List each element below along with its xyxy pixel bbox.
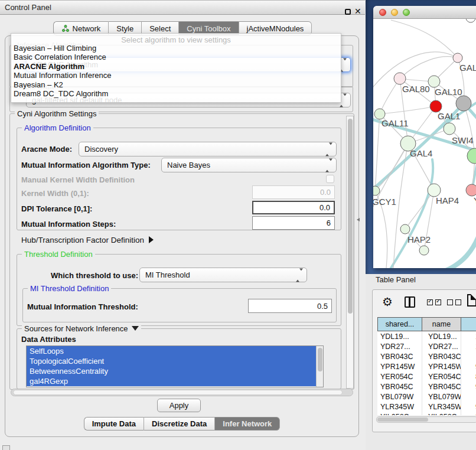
table-row[interactable]: YBR043CYBR043C <box>377 351 476 361</box>
node-label: GAL7 <box>459 63 476 73</box>
network-node-gal10[interactable] <box>428 76 440 87</box>
table-cell: 9. <box>461 381 476 392</box>
select-all-checkbox-icon[interactable] <box>427 299 433 305</box>
network-node[interactable] <box>466 19 475 22</box>
manual-kernel-label: Manual Kernel Width Definition <box>21 175 135 184</box>
node-label: HAP2 <box>407 234 431 244</box>
mi-steps-field[interactable]: 6 <box>252 216 335 230</box>
dropdown-item-basic-correlation-inference[interactable]: Basic Correlation Inference <box>11 53 341 61</box>
data-attributes-list: SelfLoopsTopologicalCoefficientBetweenne… <box>26 345 324 387</box>
dropdown-item-dream8-dc-tdc-algorithm[interactable]: Dream8 DC_TDC Algorithm <box>11 89 341 98</box>
column-header-2[interactable] <box>461 317 476 331</box>
aracne-mode-select[interactable]: Discovery <box>79 142 337 156</box>
settings-vertical-scrollbar[interactable] <box>346 116 354 389</box>
cyni-settings-title: Cyni Algorithm Settings <box>15 109 99 118</box>
table-cell: YPR145W <box>422 361 461 371</box>
table-cell: 13 <box>461 331 476 341</box>
network-node-gal1[interactable] <box>430 100 442 112</box>
table-cell: YLR345W <box>377 402 422 412</box>
attribute-item-gal4rgexp[interactable]: gal4RGexp <box>27 376 323 386</box>
manual-kernel-checkbox[interactable] <box>326 175 334 183</box>
table-cell: YDL19... <box>377 331 422 341</box>
zoom-traffic-light-icon[interactable] <box>403 9 410 16</box>
table-row[interactable]: YBR045CYBR045C9. <box>377 381 476 392</box>
column-header-shared[interactable]: shared... <box>377 317 422 331</box>
network-node-hap2[interactable] <box>400 224 410 234</box>
table-row[interactable]: YER054CYER054C8. <box>377 371 476 381</box>
hub-definition-toggle[interactable]: Hub/Transcription Factor Definition <box>21 236 154 244</box>
select-all-checkbox-icon[interactable] <box>435 299 441 305</box>
table-cell: YDR27... <box>377 341 422 351</box>
dropdown-item-bayesian-hill-climbing[interactable]: Bayesian – Hill Climbing <box>11 44 341 53</box>
dpi-tolerance-field[interactable]: 0.0 <box>252 201 335 214</box>
table-cell: YIL052C <box>422 412 461 415</box>
dropdown-item-mutual-information-inference[interactable]: Mutual Information Inference <box>11 71 341 80</box>
dropdown-item-bayesian-k2[interactable]: Bayesian – K2 <box>11 80 341 89</box>
gear-icon[interactable]: ⚙ <box>382 295 393 309</box>
deselect-all-checkbox-icon[interactable] <box>447 299 453 305</box>
table-cell: YER054C <box>422 371 461 381</box>
network-canvas[interactable]: GAL7GAL80GAL10GAL1GAL11SWI4GAL4GCY1HAP4Y… <box>373 19 476 268</box>
table-row[interactable]: YBL079WYBL079W <box>377 392 476 402</box>
table-row[interactable]: YDL19...YDL19...13 <box>377 331 476 341</box>
table-cell: YBL079W <box>377 392 422 402</box>
table-row[interactable]: YDR27...YDR27...12 <box>377 341 476 351</box>
expand-right-icon <box>149 236 154 243</box>
network-node[interactable] <box>467 148 476 164</box>
export-table-icon[interactable] <box>467 294 476 306</box>
table-horizontal-scrollbar[interactable] <box>376 416 476 423</box>
panel-splitter-handle[interactable] <box>357 218 360 221</box>
table-row[interactable]: YPR145WYPR145W9. <box>377 361 476 371</box>
mi-steps-label: Mutual Information Steps: <box>21 220 116 229</box>
mi-type-label: Mutual Information Algorithm Type: <box>21 161 151 169</box>
algorithm-dropdown-popup: Select algorithm to view settings Bayesi… <box>11 33 341 103</box>
tab-impute-data[interactable]: Impute Data <box>84 417 144 431</box>
table-cell: 9 <box>461 412 476 415</box>
network-node[interactable] <box>456 96 471 111</box>
dropdown-item-aracne-algorithm[interactable]: ARACNE Algorithm <box>11 62 341 71</box>
column-header-name[interactable]: name <box>422 317 461 331</box>
minimized-palette-icon[interactable] <box>2 445 10 450</box>
mi-type-select[interactable]: Naive Bayes <box>161 158 337 172</box>
which-threshold-select[interactable]: MI Threshold <box>139 268 307 282</box>
table-cell: YBR045C <box>422 381 461 392</box>
columns-icon[interactable] <box>405 296 415 308</box>
deselect-all-checkbox-icon[interactable] <box>455 299 461 305</box>
close-icon[interactable]: ✕ <box>354 6 361 16</box>
table-cell: YIL052C <box>377 412 422 415</box>
tab-infer-network[interactable]: Infer Network <box>215 417 280 431</box>
network-node-hap4[interactable] <box>428 184 441 197</box>
network-node-y[interactable] <box>466 184 476 196</box>
settings-horizontal-scrollbar[interactable] <box>11 389 353 396</box>
network-node-gal7[interactable] <box>453 53 462 63</box>
minimize-traffic-light-icon[interactable] <box>391 9 398 16</box>
attribute-item-topologicalcoefficient[interactable]: TopologicalCoefficient <box>27 356 323 366</box>
apply-button[interactable]: Apply <box>157 399 201 412</box>
close-traffic-light-icon[interactable] <box>379 9 386 16</box>
mi-threshold-field[interactable]: 0.5 <box>248 299 332 313</box>
node-label: GAL80 <box>402 84 430 94</box>
network-node-swi4[interactable] <box>444 123 455 135</box>
cyni-mode-tab-bar: Impute DataDiscretize DataInfer Network <box>5 417 359 431</box>
network-nodes[interactable]: GAL7GAL80GAL10GAL1GAL11SWI4GAL4GCY1HAP4Y… <box>373 19 476 255</box>
attributes-scrollbar[interactable] <box>316 346 323 387</box>
kernel-width-label: Kernel Width (0,1): <box>21 189 89 198</box>
dpi-tolerance-label: DPI Tolerance [0,1]: <box>21 204 92 213</box>
node-label: GAL1 <box>438 111 460 121</box>
network-node-gal80[interactable] <box>394 73 406 84</box>
network-node[interactable] <box>419 246 429 255</box>
algorithm-dropdown-list: Bayesian – Hill ClimbingBasic Correlatio… <box>11 44 341 98</box>
table-row[interactable]: YIL052CYIL052C9 <box>377 412 476 415</box>
attribute-item-selfloops[interactable]: SelfLoops <box>27 346 323 356</box>
table-cell: YPR145W <box>377 361 422 371</box>
table-panel-title: Table Panel <box>376 275 416 284</box>
network-window-titlebar[interactable] <box>373 6 476 19</box>
network-node-gcy1[interactable] <box>373 186 380 195</box>
tab-discretize-data[interactable]: Discretize Data <box>144 417 215 431</box>
table-cell: 12 <box>461 341 476 351</box>
table-row[interactable]: YLR345WYLR345W9. <box>377 402 476 412</box>
table-cell: YDR27... <box>422 341 461 351</box>
float-window-icon[interactable] <box>345 9 351 15</box>
sources-group-title[interactable]: Sources for Network Inference <box>22 324 141 333</box>
attribute-item-betweennesscentrality[interactable]: BetweennessCentrality <box>27 366 323 376</box>
